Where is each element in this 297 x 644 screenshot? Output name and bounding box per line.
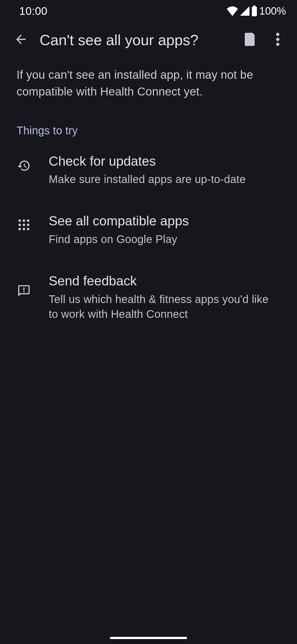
page-title: Can't see all your apps?	[40, 31, 240, 48]
more-vert-icon	[276, 33, 279, 47]
svg-point-7	[23, 219, 25, 222]
section-header: Things to try	[0, 103, 297, 140]
svg-rect-1	[253, 6, 255, 7]
svg-rect-15	[23, 287, 24, 290]
arrow-back-icon	[14, 32, 28, 48]
gesture-nav-bar[interactable]	[110, 637, 187, 639]
svg-point-13	[23, 228, 25, 230]
wifi-icon	[226, 6, 238, 16]
list-item-title: See all compatible apps	[49, 213, 280, 229]
status-time: 10:00	[19, 5, 48, 17]
svg-point-10	[23, 224, 25, 226]
svg-point-4	[276, 38, 279, 41]
svg-point-3	[276, 33, 279, 36]
svg-point-11	[27, 224, 29, 226]
svg-rect-0	[252, 7, 257, 16]
battery-percentage: 100%	[259, 5, 286, 17]
list-item-send-feedback[interactable]: Send feedback Tell us which health & fit…	[0, 260, 297, 335]
svg-point-12	[18, 228, 21, 230]
status-icons: 100%	[226, 5, 286, 17]
apps-grid-icon	[18, 219, 30, 232]
list-item-check-updates[interactable]: Check for updates Make sure installed ap…	[0, 140, 297, 200]
history-icon	[17, 159, 31, 174]
list-item-subtitle: Find apps on Google Play	[49, 232, 280, 247]
battery-icon	[251, 6, 258, 17]
find-in-page-icon	[243, 32, 256, 48]
list-item-subtitle: Make sure installed apps are up-to-date	[49, 172, 280, 187]
cellular-icon	[240, 6, 250, 16]
svg-point-5	[276, 43, 279, 46]
list-item-subtitle: Tell us which health & fitness apps you'…	[49, 292, 280, 321]
list-item-compatible-apps[interactable]: See all compatible apps Find apps on Goo…	[0, 200, 297, 260]
list-item-title: Send feedback	[49, 273, 280, 289]
more-options-button[interactable]	[268, 30, 288, 50]
svg-rect-16	[23, 291, 24, 292]
feedback-icon	[17, 284, 31, 299]
svg-point-6	[18, 219, 21, 222]
app-bar: Can't see all your apps?	[0, 22, 297, 58]
back-button[interactable]	[8, 27, 34, 53]
find-in-page-button[interactable]	[240, 30, 260, 50]
page-description: If you can't see an installed app, it ma…	[0, 58, 297, 103]
status-bar: 10:00 100%	[0, 0, 297, 22]
svg-point-14	[27, 228, 29, 230]
svg-point-9	[18, 224, 21, 226]
list-item-title: Check for updates	[49, 153, 280, 169]
svg-point-8	[27, 219, 29, 222]
